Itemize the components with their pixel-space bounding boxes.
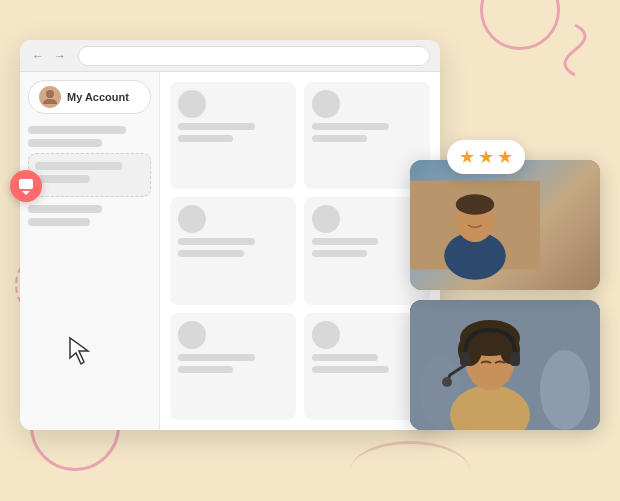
svg-point-17 — [442, 377, 452, 387]
card-line — [312, 366, 389, 373]
sidebar-bar — [35, 175, 90, 183]
card-avatar — [312, 90, 340, 118]
card-avatar — [312, 205, 340, 233]
card-line — [178, 250, 244, 257]
svg-point-0 — [46, 90, 54, 98]
svg-point-8 — [540, 350, 590, 430]
card-line — [178, 123, 255, 130]
stars-rating-badge: ★ ★ ★ — [447, 140, 525, 174]
star-2: ★ — [478, 146, 494, 168]
my-account-button[interactable]: My Account — [28, 80, 151, 114]
sidebar-bar — [28, 218, 90, 226]
avatar — [39, 86, 61, 108]
svg-point-6 — [456, 194, 494, 215]
card-line — [312, 135, 367, 142]
content-card-3[interactable] — [170, 197, 296, 304]
bg-decoration-arc — [350, 441, 470, 501]
browser-window: ← → My Account — [20, 40, 440, 430]
card-avatar — [312, 321, 340, 349]
sidebar-nav-item-2[interactable] — [28, 153, 151, 197]
floating-icon-bubble — [10, 170, 42, 202]
card-line — [178, 354, 255, 361]
svg-rect-16 — [510, 352, 520, 366]
browser-content: My Account — [20, 72, 440, 430]
back-button[interactable]: ← — [30, 48, 46, 64]
sidebar: My Account — [20, 72, 160, 430]
browser-toolbar: ← → — [20, 40, 440, 72]
card-line — [312, 123, 389, 130]
address-bar[interactable] — [78, 46, 430, 66]
card-line — [312, 354, 378, 361]
content-card-5[interactable] — [170, 313, 296, 420]
photo-male-bg — [410, 160, 600, 290]
main-content-grid — [160, 72, 440, 430]
card-avatar — [178, 90, 206, 118]
card-line — [178, 135, 233, 142]
svg-rect-2 — [19, 179, 33, 189]
star-3: ★ — [497, 146, 513, 168]
photo-female-bg — [410, 300, 600, 430]
sidebar-bar — [28, 139, 102, 147]
card-avatar — [178, 205, 206, 233]
sidebar-bar — [35, 162, 122, 170]
content-card-1[interactable] — [170, 82, 296, 189]
sidebar-nav-item-3[interactable] — [28, 205, 151, 226]
sidebar-bar — [28, 126, 126, 134]
card-avatar — [178, 321, 206, 349]
star-1: ★ — [459, 146, 475, 168]
card-line — [312, 238, 378, 245]
card-line — [178, 238, 255, 245]
card-line — [178, 366, 233, 373]
forward-button[interactable]: → — [52, 48, 68, 64]
photo-panel-female — [410, 300, 600, 430]
bg-decoration-squiggle — [550, 20, 600, 80]
my-account-label: My Account — [67, 91, 129, 103]
photo-panel-male — [410, 160, 600, 290]
card-line — [312, 250, 367, 257]
icon-bubble — [10, 170, 42, 202]
bg-decoration-circle-top — [480, 0, 560, 50]
sidebar-nav-item-1[interactable] — [28, 126, 151, 147]
sidebar-bar — [28, 205, 102, 213]
